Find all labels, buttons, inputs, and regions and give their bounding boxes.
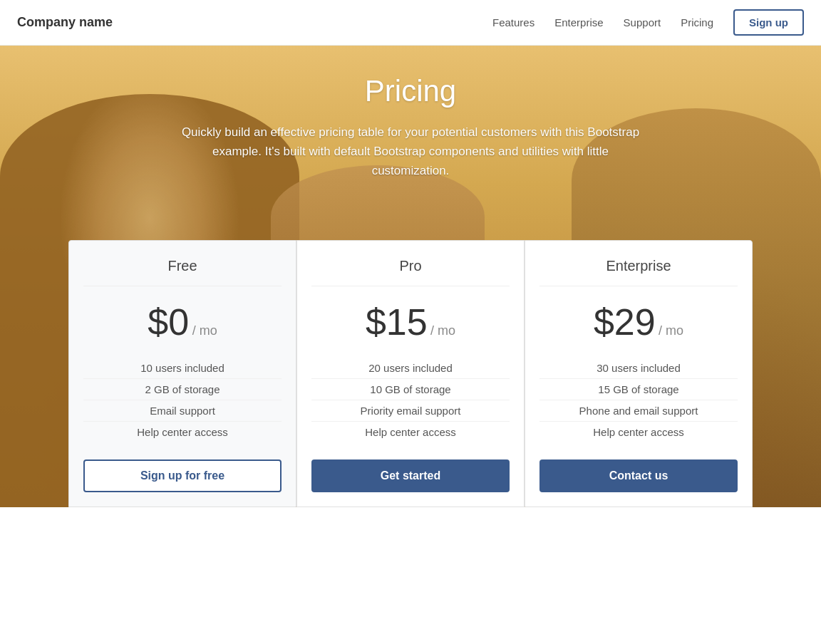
hero-content: Pricing Quickly build an effective prici… — [161, 46, 660, 181]
hero-subtitle: Quickly build an effective pricing table… — [161, 123, 660, 181]
free-cta-button[interactable]: Sign up for free — [83, 459, 282, 492]
pricing-card-enterprise: Enterprise $29 / mo 30 users included 15… — [525, 240, 753, 507]
plan-free-period: / mo — [192, 323, 217, 338]
plan-enterprise-name: Enterprise — [539, 258, 738, 286]
plan-pro-amount: $15 — [366, 301, 428, 343]
signup-button[interactable]: Sign up — [733, 9, 804, 36]
enterprise-cta-button[interactable]: Contact us — [539, 459, 738, 492]
pro-cta-button[interactable]: Get started — [311, 459, 510, 492]
list-item: Priority email support — [311, 400, 510, 422]
navbar: Company name Features Enterprise Support… — [0, 0, 821, 46]
plan-free-price: $0 / mo — [83, 301, 282, 343]
plan-pro-features: 20 users included 10 GB of storage Prior… — [311, 358, 510, 442]
nav-features[interactable]: Features — [492, 16, 535, 28]
plan-enterprise-period: / mo — [659, 323, 683, 338]
plan-enterprise-features: 30 users included 15 GB of storage Phone… — [539, 358, 738, 442]
list-item: Help center access — [83, 422, 282, 442]
list-item: Phone and email support — [539, 400, 738, 422]
plan-pro-name: Pro — [311, 258, 510, 286]
nav-pricing[interactable]: Pricing — [681, 16, 713, 28]
list-item: 30 users included — [539, 358, 738, 379]
list-item: 10 GB of storage — [311, 379, 510, 400]
list-item: 15 GB of storage — [539, 379, 738, 400]
list-item: 10 users included — [83, 358, 282, 379]
plan-pro-period: / mo — [430, 323, 455, 338]
pricing-card-free: Free $0 / mo 10 users included 2 GB of s… — [68, 240, 296, 507]
brand: Company name — [17, 15, 113, 30]
plan-free-name: Free — [83, 258, 282, 286]
plan-free-amount: $0 — [148, 301, 189, 343]
plan-free-features: 10 users included 2 GB of storage Email … — [83, 358, 282, 442]
plan-enterprise-amount: $29 — [594, 301, 656, 343]
nav-links: Features Enterprise Support Pricing Sign… — [492, 9, 804, 36]
hero-title: Pricing — [161, 74, 660, 108]
list-item: Email support — [83, 400, 282, 422]
plan-pro-price: $15 / mo — [311, 301, 510, 343]
hero-section: Pricing Quickly build an effective prici… — [0, 46, 821, 507]
nav-support[interactable]: Support — [624, 16, 661, 28]
list-item: 2 GB of storage — [83, 379, 282, 400]
list-item: 20 users included — [311, 358, 510, 379]
list-item: Help center access — [539, 422, 738, 442]
plan-enterprise-price: $29 / mo — [539, 301, 738, 343]
pricing-card-pro: Pro $15 / mo 20 users included 10 GB of … — [296, 240, 525, 507]
nav-enterprise[interactable]: Enterprise — [554, 16, 603, 28]
list-item: Help center access — [311, 422, 510, 442]
